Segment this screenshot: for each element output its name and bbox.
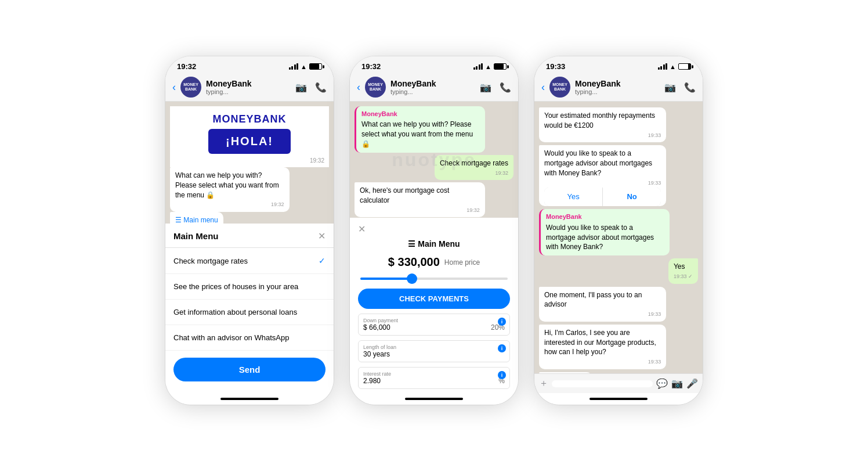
status-bar-2: 19:32 ▲: [350, 56, 518, 73]
reply-msg: Ok, here's our mortgage cost calculator: [360, 186, 449, 204]
wa-actions-2: 📷 📞: [480, 82, 511, 93]
interest-value: 2.980: [363, 377, 381, 385]
outgoing-yes-bubble: Yes 19:33 ✓: [668, 258, 698, 283]
contact-status-1: typing...: [206, 88, 291, 95]
bot-bubble-2: MoneyBank What can we help you with? Ple…: [355, 106, 485, 153]
menu-panel: Main Menu ✕ Check mortgage rates ✓ See t…: [165, 224, 334, 393]
hi-carlos-text: Hi, I'm Carlos, I see you are interested…: [544, 329, 656, 356]
calc-price-row: $ 330,000 Home price: [358, 255, 510, 269]
loan-length-value: 30 years: [363, 350, 505, 358]
contact-name-3: MoneyBank: [575, 79, 660, 88]
sticker-icon[interactable]: 💬: [656, 378, 668, 389]
mb-logo: MONEYBANK: [175, 113, 324, 125]
main-menu-bubble[interactable]: ☰ Main menu: [170, 212, 223, 224]
info-dot-1[interactable]: i: [498, 318, 506, 326]
menu-item-2[interactable]: See the prices of houses in your area: [165, 274, 334, 300]
loan-length-label: Length of loan: [363, 344, 505, 350]
video-call-icon-3[interactable]: 📷: [664, 82, 676, 93]
bot-sender-2: MoneyBank: [361, 110, 480, 118]
hola-box: ¡HOLA!: [208, 129, 291, 154]
calc-close-icon[interactable]: ✕: [358, 224, 366, 235]
menu-close-icon[interactable]: ✕: [318, 230, 326, 242]
chat-bg-2: nuotype MoneyBank What can we help you w…: [350, 102, 518, 218]
avatar-2: MONEYBANK: [365, 77, 386, 98]
bar3: [294, 64, 296, 70]
info-dot-3[interactable]: i: [498, 371, 506, 379]
back-button-3[interactable]: ‹: [541, 81, 545, 93]
menu-selected-time: 19:32: [440, 170, 508, 177]
check-payments-btn[interactable]: CHECK PAYMENTS: [358, 289, 510, 309]
interest-row: 2.980 %: [363, 377, 505, 385]
phone-call-icon-2[interactable]: 📞: [500, 82, 511, 93]
main-menu-bubble-3[interactable]: ☰ Main menu: [539, 372, 592, 373]
menu-item-4[interactable]: Chat with an advisor on WhatsApp: [165, 325, 334, 351]
moment-time: 19:33: [544, 311, 661, 318]
bar1: [289, 67, 291, 70]
home-indicator-1: [165, 393, 334, 405]
time-2: 19:32: [361, 62, 381, 71]
phone-1: 19:32 ▲ ‹ MONEYBANK MoneyBank typing...: [165, 56, 334, 405]
status-bar-1: 19:32 ▲: [165, 56, 334, 73]
reply-time: 19:32: [360, 207, 480, 214]
slider-thumb[interactable]: [407, 273, 417, 284]
send-button[interactable]: Send: [173, 358, 326, 381]
camera-icon[interactable]: 📷: [671, 378, 683, 389]
mic-icon[interactable]: 🎤: [686, 378, 698, 389]
contact-info-1: MoneyBank typing...: [206, 79, 291, 95]
yes-no-row: Yes No: [544, 188, 661, 206]
calc-title: ☰ Main Menu: [358, 239, 510, 248]
menu-item-3[interactable]: Get information about personal loans: [165, 300, 334, 325]
contact-info-3: MoneyBank typing...: [575, 79, 660, 95]
bot-green-row: MoneyBank Would you like to speak to a m…: [539, 209, 698, 255]
advisor-question-row: Would you like to speak to a mortgage ad…: [539, 145, 698, 206]
outgoing-yes-text: Yes: [674, 262, 685, 271]
add-icon[interactable]: ＋: [539, 377, 548, 390]
logo-area: MONEYBANK ¡HOLA! 19:32: [170, 106, 329, 167]
avatar-3: MONEYBANK: [549, 77, 570, 98]
bar2: [291, 66, 293, 70]
menu-item-1[interactable]: Check mortgage rates ✓: [165, 248, 334, 274]
contact-status-3: typing...: [575, 88, 660, 95]
back-button-2[interactable]: ‹: [357, 81, 360, 93]
status-icons-3: ▲: [658, 63, 691, 70]
chat-input[interactable]: [552, 380, 653, 387]
main-menu-link-1[interactable]: ☰ Main menu: [175, 215, 218, 224]
wifi-icon-3: ▲: [670, 63, 676, 70]
phone-call-icon-3[interactable]: 📞: [684, 82, 696, 93]
avatar-1: MONEYBANK: [180, 77, 201, 98]
bot-msg-2: What can we help you with? Please select…: [361, 120, 473, 148]
yes-button[interactable]: Yes: [544, 188, 602, 206]
interest-rate-field: i Interest rate 2.980 %: [358, 367, 510, 389]
video-call-icon-2[interactable]: 📷: [480, 82, 491, 93]
bot-msg-text: What can we help you with? Please select…: [175, 171, 279, 199]
reply-bubble: Ok, here's our mortgage cost calculator …: [355, 182, 485, 217]
phone-3: 19:33 ▲ ‹ MONEYBANK MoneyBank typing...: [534, 56, 703, 405]
interest-label: Interest rate: [363, 371, 505, 377]
wa-header-1: ‹ MONEYBANK MoneyBank typing... 📷 📞: [165, 73, 334, 102]
home-bar-1: [220, 398, 279, 400]
signal-bars-1: [289, 63, 299, 70]
chat-input-row: ＋ 💬 📷 🎤: [534, 373, 703, 393]
bot-msg-row-2: MoneyBank What can we help you with? Ple…: [355, 106, 513, 153]
moment-row: One moment, I'll pass you to an advisor …: [539, 287, 698, 322]
phone-call-icon-1[interactable]: 📞: [315, 82, 327, 93]
menu-item-text-1: Check mortgage rates: [173, 257, 248, 265]
video-call-icon-1[interactable]: 📷: [295, 82, 307, 93]
advisor-question-bubble: Would you like to speak to a mortgage ad…: [539, 145, 666, 206]
calc-price-label: Home price: [444, 258, 480, 266]
no-button[interactable]: No: [603, 188, 661, 206]
bot-sender-3: MoneyBank: [546, 213, 664, 221]
back-button-1[interactable]: ‹: [172, 81, 176, 93]
bar4: [296, 63, 298, 70]
down-payment-field: i Down payment $ 66,000 20%: [358, 314, 510, 336]
phone-2: 19:32 ▲ ‹ MONEYBANK MoneyBank typing...: [350, 56, 518, 405]
hi-carlos-row: Hi, I'm Carlos, I see you are interested…: [539, 325, 698, 369]
contact-info-2: MoneyBank typing...: [390, 79, 475, 95]
calc-price-value: $ 330,000: [388, 255, 440, 269]
slider-container: [358, 273, 510, 284]
hola-time: 19:32: [175, 157, 324, 164]
outgoing-yes-row: Yes 19:33 ✓: [539, 258, 698, 283]
hi-carlos-bubble: Hi, I'm Carlos, I see you are interested…: [539, 325, 666, 369]
info-dot-2[interactable]: i: [498, 344, 506, 352]
bubble-bot-msg: What can we help you with? Please select…: [170, 167, 290, 212]
